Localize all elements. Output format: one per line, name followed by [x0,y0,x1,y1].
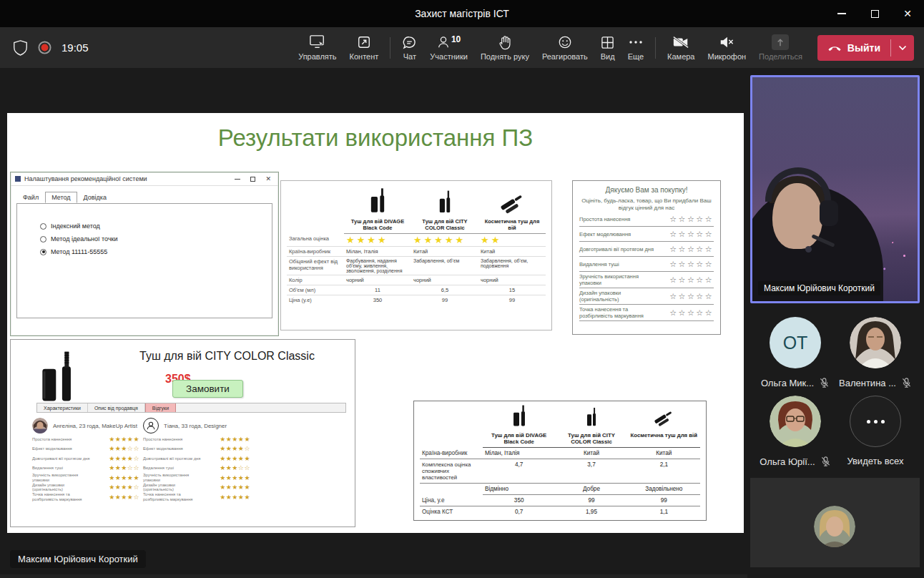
microphone-button[interactable]: Микрофон [702,27,753,68]
leave-label: Выйти [847,42,880,54]
presentation-slide: Результати використання ПЗ Налаштування … [7,113,744,533]
product-name: Косметична туш для вій [478,217,546,234]
cell-origin: Китай [628,448,700,459]
product-image-mascara-diagonal [478,185,546,217]
cell-origin: Мілан, Італія [344,247,411,257]
product-image-mascara [344,185,411,217]
cell-origin: Мілан, Італія [483,448,555,459]
cell-score: 2,1 [628,459,700,484]
chat-icon [402,34,417,50]
survey-row: Зручність використання упаковки ☆☆☆☆☆ [579,272,714,288]
tab-file: Файл [16,192,45,203]
cell-verdict: Відмінно [483,484,555,495]
view-button[interactable]: Вид [594,27,621,68]
app-minimize-icon [235,179,240,180]
app-window-tabs: Файл Метод Довідка [16,192,113,203]
participant-video-tile-camera-off[interactable] [750,478,920,567]
row-label: Об'єм (мл) [287,285,344,295]
product-name: Туш для вій CITY COLOR Classic [411,217,478,234]
review-stars: ★★★★☆ [220,445,250,452]
share-button-disabled: Поделиться [752,27,809,68]
react-button[interactable]: Реагировать [536,27,594,68]
mic-muted-icon [820,456,831,467]
radio-selected-icon [40,249,46,255]
participant-tile-olga-yur[interactable]: Ольга Юрії... [756,396,835,467]
cell-verdict: Добре [555,484,627,495]
meeting-title: Захист магістрів ІСТ [0,0,924,27]
participants-icon: 10 [437,34,461,50]
cell-color: чорний [344,275,411,285]
product-name: Косметична туш для вій [628,430,700,448]
participants-button[interactable]: 10 Участники [423,27,474,68]
close-icon: ✕ [903,9,912,19]
raise-hand-icon [498,34,511,50]
leave-button-main[interactable]: Выйти [817,35,890,61]
close-button[interactable]: ✕ [891,0,924,27]
rating-stars: ★★★★ [344,234,411,247]
empty-stars: ☆☆☆☆☆ [669,245,714,254]
mic-muted-icon [901,377,912,388]
review-stars: ★★★★☆ [109,455,139,462]
more-button[interactable]: Еще [621,27,650,68]
leave-options-button[interactable] [891,35,914,61]
content-button[interactable]: Контент [343,27,385,68]
review-stars: ★★★☆☆ [109,445,139,452]
empty-cell [287,185,344,217]
product-image-mascara [411,185,478,217]
review-stars: ★★★☆☆ [109,464,139,471]
slide-title: Результати використання ПЗ [7,124,744,152]
minimize-button[interactable] [825,0,858,27]
cell-origin: Китай [478,247,546,257]
row-label: Комплексна оцінка споживчих властивостей [420,459,483,484]
toolbar-divider [390,37,390,59]
avatar-photo [770,396,821,447]
row-header-blank [420,484,483,495]
participant-tile-valentyna[interactable]: Валентина ... [836,317,915,388]
app-window-title: Налаштування рекомендаційної системи [24,175,231,182]
maximize-button[interactable] [858,0,891,27]
raise-hand-button[interactable]: Поднять руку [474,27,536,68]
empty-stars: ☆☆☆☆☆ [669,215,714,224]
participant-tile-olga-myk[interactable]: ОТ Ольга Мик... [756,317,835,388]
review-block: Ангеліна, 23 года, MakeUp Artist Простот… [32,417,139,502]
camera-button[interactable]: Камера [661,27,701,68]
avatar-photo [850,317,901,368]
cell-price: 99 [628,495,700,506]
product-image-mascara [555,404,627,430]
tab-characteristics: Характеристики [37,403,88,412]
grid-view-icon [601,34,614,50]
tab-help: Довідка [77,192,113,203]
product-title: Туш для вій CITY COLOR Classic [139,350,315,363]
cell-effect: Забарвлення, об'єм, подовження [478,257,546,275]
product-tabs: Характеристики Опис від продавця Відгуки [36,403,346,413]
teams-meeting-window: Захист магістрів ІСТ ✕ 19:05 Управлять [0,0,924,578]
app-maximize-icon [250,177,255,182]
product-image-mascara [483,404,555,430]
reviewer-name: Ангеліна, 23 года, MakeUp Artist [53,423,137,429]
product-comparison-table-2: Туш для вій DIVAGE Black Code Туш для ві… [413,401,707,521]
row-header-blank [287,217,344,234]
headphones [820,200,838,226]
recording-indicator-icon [38,41,51,54]
cell-color: чорний [478,275,546,285]
radio-option-index-method: Індексний метод [40,222,100,230]
product-name: Туш для вій CITY COLOR Classic [555,430,627,448]
leave-button[interactable]: Выйти [817,35,914,61]
rating-stars: ★★★★★ [411,234,478,247]
app-window-page: Індексний метод Метод ідеальної точки Ме… [16,203,272,318]
row-label: Обіцяний ефект від використання [287,257,344,275]
active-speaker-video-tile[interactable]: Максим Юрійович Короткий [750,75,920,303]
cell-origin: Китай [411,247,478,257]
speaker-muted-icon [719,34,734,50]
manage-screen-icon [309,34,326,50]
chat-button[interactable]: Чат [395,27,423,68]
manage-button[interactable]: Управлять [292,27,343,68]
empty-stars: ☆☆☆☆☆ [669,292,714,301]
tab-method: Метод [45,192,77,203]
rating-stars: ★★ [478,234,546,247]
see-all-participants-tile[interactable]: Увидеть всех [836,396,915,466]
cell-kst: 1,95 [555,506,627,517]
active-speaker-name-label: Максим Юрійович Короткий [758,281,880,295]
customer-survey-panel: Дякуємо Вам за покупку! Оцініть, будь-ла… [572,180,721,335]
minimize-icon [837,13,846,14]
